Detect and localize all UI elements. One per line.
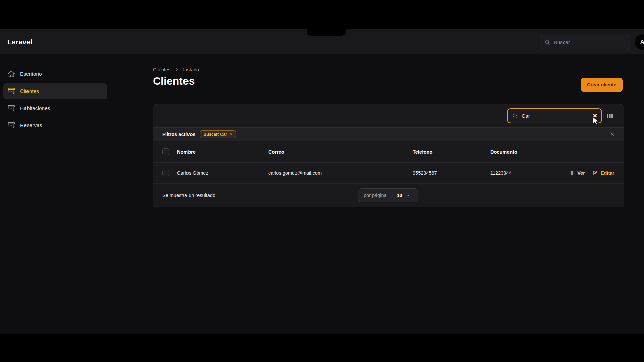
app-window: Laravel A Escritorio Clientes <box>0 29 644 334</box>
sidebar-item-label: Reservas <box>20 122 42 128</box>
sidebar-item-clientes[interactable]: Clientes <box>3 83 107 99</box>
top-notch <box>307 29 346 36</box>
search-icon <box>544 39 551 45</box>
active-filters-bar: Filtros activos Buscar: Car ✕ ✕ <box>153 127 624 141</box>
table-search-input[interactable] <box>522 113 589 119</box>
row-checkbox[interactable] <box>162 170 169 176</box>
column-header-documento[interactable]: Documento <box>490 149 569 155</box>
global-search-input[interactable] <box>554 39 626 45</box>
column-header-telefono[interactable]: Telefono <box>413 149 490 155</box>
view-action-label: Ver <box>577 170 585 176</box>
results-summary: Se muestra un resultado <box>162 193 215 198</box>
archive-box-icon <box>7 104 15 112</box>
sidebar-item-label: Habitaciones <box>20 105 50 111</box>
cell-nombre: Carlos Gómez <box>177 170 268 176</box>
per-page-label: por página <box>358 189 392 202</box>
screen: Laravel A Escritorio Clientes <box>0 0 644 362</box>
per-page-select[interactable]: por página 10 <box>358 188 418 202</box>
global-search[interactable] <box>540 35 630 49</box>
column-header-nombre[interactable]: Nombre <box>177 149 268 155</box>
archive-box-icon <box>7 87 15 95</box>
chevron-right-icon <box>174 67 179 72</box>
select-all-checkbox[interactable] <box>162 148 169 155</box>
table-search[interactable]: ✕ <box>507 108 602 123</box>
per-page-value: 10 <box>397 193 402 198</box>
column-toggle-button[interactable] <box>605 112 615 120</box>
remove-filter-icon[interactable]: ✕ <box>229 132 233 137</box>
eye-icon <box>569 170 575 176</box>
sidebar-item-escritorio[interactable]: Escritorio <box>3 66 107 82</box>
search-icon <box>512 113 518 119</box>
brand-logo[interactable]: Laravel <box>7 38 33 46</box>
breadcrumb-clientes[interactable]: Clientes <box>153 67 170 72</box>
table-header-row: Nombre Correo Telefono Documento <box>153 141 624 162</box>
sidebar-item-reservas[interactable]: Reservas <box>3 118 107 133</box>
edit-action-label: Editar <box>601 170 614 176</box>
table-footer: Se muestra un resultado por página 10 <box>153 183 624 207</box>
cell-documento: 11223344 <box>490 170 569 176</box>
view-columns-icon <box>605 112 615 120</box>
filter-badge: Buscar: Car ✕ <box>200 130 236 138</box>
table-toolbar: ✕ <box>153 104 624 127</box>
sidebar-item-habitaciones[interactable]: Habitaciones <box>3 101 107 116</box>
clear-search-icon[interactable]: ✕ <box>593 113 597 119</box>
sidebar: Escritorio Clientes Habitaciones Reserva… <box>0 54 111 334</box>
reset-filters-icon[interactable]: ✕ <box>610 131 614 137</box>
breadcrumb-listado[interactable]: Listado <box>183 67 199 72</box>
create-client-button[interactable]: Crear cliente <box>581 78 623 92</box>
edit-action-button[interactable]: Editar <box>592 170 614 176</box>
home-icon <box>7 70 15 78</box>
main-content: Clientes Listado Clientes Crear cliente <box>111 54 644 334</box>
breadcrumb: Clientes Listado <box>153 67 199 72</box>
clients-table-card: ✕ Filtros activos Buscar: Car ✕ ✕ <box>153 104 624 207</box>
sidebar-item-label: Clientes <box>20 88 39 94</box>
view-action-button[interactable]: Ver <box>569 170 585 176</box>
active-filters-label: Filtros activos <box>162 132 195 137</box>
page-title: Clientes <box>153 75 195 87</box>
pencil-square-icon <box>592 170 598 176</box>
table-row[interactable]: Carlos Gómez carlos.gomez@mail.com 95523… <box>153 162 624 183</box>
cell-telefono: 955234567 <box>413 170 490 176</box>
column-header-correo[interactable]: Correo <box>268 149 413 155</box>
chevron-down-icon <box>405 193 410 198</box>
sidebar-item-label: Escritorio <box>20 71 42 77</box>
cell-correo: carlos.gomez@mail.com <box>268 170 413 176</box>
filter-badge-text: Buscar: Car <box>203 132 227 137</box>
user-avatar[interactable]: A <box>635 34 644 50</box>
archive-box-icon <box>7 121 15 129</box>
